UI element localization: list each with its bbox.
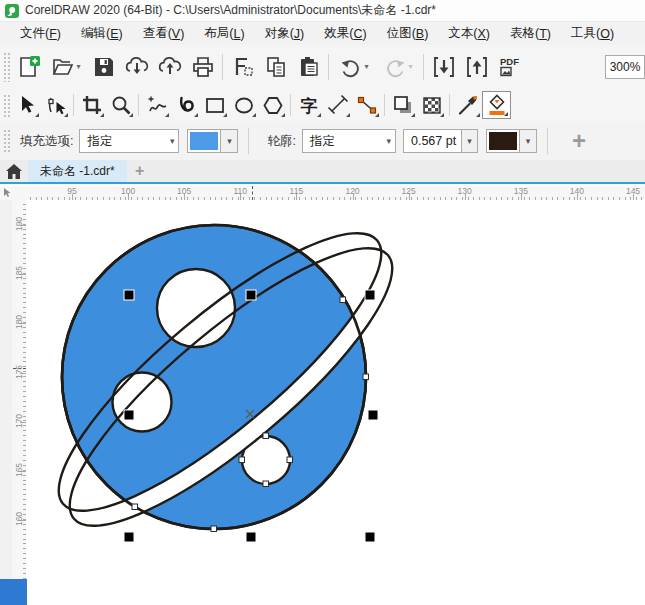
connector-tool-icon [356, 94, 378, 116]
toolbox-separator [73, 94, 74, 116]
document-tab-active[interactable]: 未命名 -1.cdr* [28, 160, 127, 182]
open-dropdown-caret[interactable]: ▾ [76, 62, 80, 71]
save-to-cloud-button[interactable] [153, 50, 186, 84]
fill-color-dropdown[interactable]: ▾ [221, 129, 238, 153]
pick-tool[interactable] [12, 91, 41, 119]
print-button[interactable] [186, 50, 219, 84]
freehand-tool[interactable] [142, 91, 171, 119]
outline-width-value: 0.567 pt [411, 134, 457, 148]
outline-mode-select[interactable]: 指定 ▾ [302, 129, 396, 153]
open-from-cloud-button[interactable] [120, 50, 153, 84]
open-button[interactable]: ▾ [45, 50, 87, 84]
selection-handle[interactable] [368, 410, 378, 420]
selection-handle[interactable] [365, 290, 375, 300]
selection-handle[interactable] [365, 532, 375, 542]
curve-node[interactable] [363, 374, 369, 380]
selection-handle[interactable] [124, 410, 134, 420]
menu-item-table[interactable]: 表格(T) [500, 22, 561, 45]
undo-dropdown-caret[interactable]: ▾ [364, 62, 368, 71]
menu-item-file[interactable]: 文件(F) [10, 22, 71, 45]
connector-tool[interactable] [352, 91, 381, 119]
new-document-button[interactable] [12, 50, 45, 84]
text-tool[interactable]: 字 [294, 91, 323, 119]
selection-handle[interactable] [246, 532, 256, 542]
curve-node[interactable] [132, 504, 138, 510]
artistic-media-tool[interactable] [171, 91, 200, 119]
crop-tool[interactable] [77, 91, 106, 119]
smart-fill-tool-icon [485, 93, 509, 117]
hruler-label: 145 [626, 186, 640, 196]
menu-item-view[interactable]: 查看(V) [133, 22, 195, 45]
outline-width-dropdown[interactable]: ▾ [461, 129, 478, 153]
export-icon [465, 55, 489, 79]
canvas-area[interactable]: 190185180175170165160 [0, 200, 645, 605]
fill-mode-select[interactable]: 指定 ▾ [79, 129, 179, 153]
hruler-label: 130 [458, 186, 472, 196]
fill-color-swatch[interactable] [187, 129, 221, 153]
curve-node[interactable] [263, 481, 269, 487]
redo-dropdown-caret[interactable]: ▾ [408, 62, 412, 71]
zoom-level-value: 300% [610, 60, 641, 74]
curve-node[interactable] [239, 457, 245, 463]
menu-item-object[interactable]: 对象(J) [255, 22, 315, 45]
propbar-grip[interactable] [2, 128, 11, 155]
corner-color-swatch[interactable] [0, 579, 27, 605]
curve-node[interactable] [287, 457, 293, 463]
zoom-tool-icon [110, 94, 132, 116]
toolbox-separator [384, 94, 385, 116]
color-eyedropper-tool[interactable] [453, 91, 482, 119]
paste-icon [297, 55, 321, 79]
outline-width-input[interactable]: 0.567 pt [403, 129, 461, 153]
add-button[interactable]: + [572, 131, 586, 151]
new-tab-button[interactable]: + [127, 160, 153, 182]
menu-item-tools[interactable]: 工具(O) [561, 22, 624, 45]
redo-button[interactable]: ▾ [376, 50, 420, 84]
smart-fill-tool[interactable] [482, 91, 511, 119]
coreldraw-window: CorelDRAW 2020 (64-Bit) - C:\Users\Admin… [0, 0, 645, 605]
curve-node[interactable] [340, 297, 346, 303]
selection-handle[interactable] [246, 290, 256, 300]
hruler-label: 135 [514, 186, 528, 196]
coreldraw-logo-icon [5, 4, 19, 18]
transparency-tool[interactable] [417, 91, 446, 119]
outline-color-swatch[interactable] [486, 129, 520, 153]
drop-shadow-tool[interactable] [388, 91, 417, 119]
copy-format-icon [231, 55, 255, 79]
ruler-corner [0, 186, 26, 200]
hruler-label: 140 [570, 186, 584, 196]
selection-handle[interactable] [124, 290, 134, 300]
menu-item-layout[interactable]: 布局(L) [194, 22, 254, 45]
curve-node[interactable] [211, 526, 217, 532]
parallel-dimension-tool[interactable] [323, 91, 352, 119]
copy-format-button[interactable] [226, 50, 259, 84]
hruler-label: 95 [67, 186, 76, 196]
curve-node[interactable] [263, 433, 269, 439]
menu-item-effects[interactable]: 效果(C) [314, 22, 376, 45]
zoom-tool[interactable] [106, 91, 135, 119]
chevron-down-icon: ▾ [170, 136, 175, 146]
toolbox-grip[interactable] [2, 93, 11, 117]
menu-item-text[interactable]: 文本(X) [438, 22, 500, 45]
publish-to-pdf-button[interactable]: PDF [493, 50, 526, 84]
save-button[interactable] [87, 50, 120, 84]
export-button[interactable] [460, 50, 493, 84]
shape-tool[interactable] [41, 91, 70, 119]
cloud-upload-icon [157, 55, 183, 79]
menu-item-bitmaps[interactable]: 位图(B) [377, 22, 439, 45]
import-button[interactable] [427, 50, 460, 84]
paste-button[interactable] [292, 50, 325, 84]
toolbox-separator [449, 94, 450, 116]
outline-color-dropdown[interactable]: ▾ [520, 129, 537, 153]
polygon-tool[interactable] [258, 91, 287, 119]
rectangle-tool[interactable] [200, 91, 229, 119]
ellipse-tool[interactable] [229, 91, 258, 119]
toolbox: 字 [0, 88, 645, 122]
menu-item-edit[interactable]: 编辑(E) [71, 22, 133, 45]
drawing-canvas[interactable] [0, 200, 645, 605]
selection-handle[interactable] [124, 532, 134, 542]
duplicate-button[interactable] [259, 50, 292, 84]
home-button[interactable] [0, 160, 28, 182]
undo-button[interactable]: ▾ [332, 50, 376, 84]
toolbar-grip[interactable] [2, 51, 11, 81]
zoom-level-combo[interactable]: 300% [605, 55, 645, 79]
